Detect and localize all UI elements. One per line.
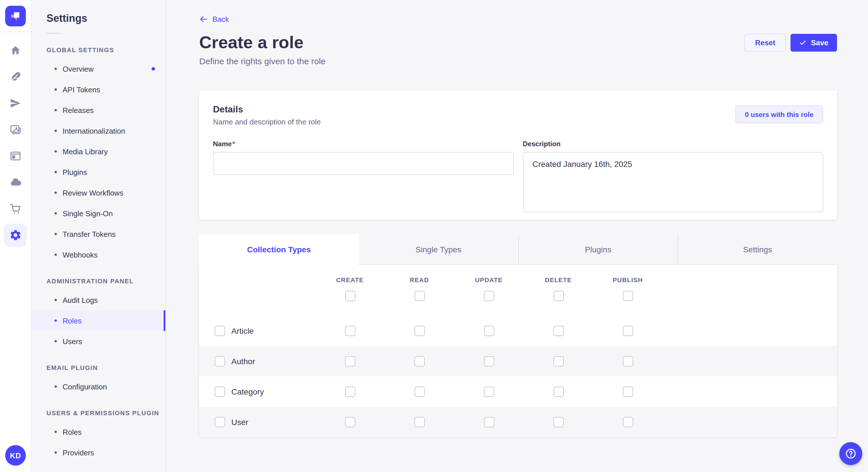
column-header-publish: PUBLISH [593, 276, 662, 283]
name-label: Name* [213, 140, 235, 148]
cloud-icon[interactable] [9, 176, 22, 189]
user-create-checkbox[interactable] [345, 417, 355, 427]
user-read-checkbox[interactable] [414, 417, 425, 427]
user-update-checkbox[interactable] [484, 417, 494, 427]
row-label: Author [231, 357, 255, 366]
table-row-user: User [199, 407, 837, 437]
page-subtitle: Define the rights given to the role [199, 56, 837, 66]
select-all-read-checkbox[interactable] [414, 291, 425, 301]
description-textarea[interactable]: Created January 16th, 2025 [523, 152, 823, 212]
permissions-table: CREATE READ UPDATE DELETE PUBLISH [199, 265, 837, 437]
description-field-group: Description Created January 16th, 2025 [523, 138, 823, 214]
help-button[interactable] [839, 442, 862, 465]
article-publish-checkbox[interactable] [623, 326, 633, 336]
details-fields: Name* Description Created January 16th, … [213, 138, 823, 214]
tab-settings[interactable]: Settings [678, 234, 837, 265]
sidebar-item-releases[interactable]: Releases [32, 100, 165, 121]
article-delete-checkbox[interactable] [553, 326, 563, 336]
category-create-checkbox[interactable] [345, 386, 355, 397]
sidebar-item-audit-logs[interactable]: Audit Logs [32, 290, 165, 310]
category-update-checkbox[interactable] [484, 386, 494, 397]
sidebar-item-configuration[interactable]: Configuration [32, 376, 165, 397]
table-row-article: Article [199, 315, 837, 346]
article-select-checkbox[interactable] [215, 326, 225, 336]
sidebar-item-plugins[interactable]: Plugins [32, 162, 165, 182]
sidebar-item-roles-up[interactable]: Roles [32, 422, 165, 442]
author-read-checkbox[interactable] [414, 356, 425, 366]
sidebar-item-single-sign-on[interactable]: Single Sign-On [32, 203, 165, 224]
strapi-logo-icon[interactable] [5, 5, 26, 26]
select-all-delete-checkbox[interactable] [553, 291, 563, 301]
users-with-role-button[interactable]: 0 users with this role [735, 105, 823, 123]
author-update-checkbox[interactable] [484, 356, 494, 366]
sidebar-item-review-workflows[interactable]: Review Workflows [32, 182, 165, 203]
check-icon [799, 39, 806, 46]
sidebar-item-transfer-tokens[interactable]: Transfer Tokens [32, 224, 165, 244]
layout-panel-icon[interactable] [9, 150, 22, 162]
section-label: EMAIL PLUGIN [46, 364, 165, 371]
section-label: USERS & PERMISSIONS PLUGIN [46, 409, 165, 416]
sidebar-item-webhooks[interactable]: Webhooks [32, 244, 165, 265]
sidebar-item-users[interactable]: Users [32, 331, 165, 351]
section-users-permissions-plugin: USERS & PERMISSIONS PLUGIN Roles Provide… [32, 409, 165, 463]
tab-single-types[interactable]: Single Types [359, 234, 518, 265]
sidebar-item-api-tokens[interactable]: API Tokens [32, 79, 165, 100]
logo-container [0, 0, 31, 32]
sidebar-item-media-library[interactable]: Media Library [32, 141, 165, 162]
select-all-create-checkbox[interactable] [345, 291, 355, 301]
feather-icon[interactable] [9, 71, 22, 83]
name-field-group: Name* [213, 138, 514, 214]
table-row-category: Category [199, 376, 837, 407]
sidebar-item-overview[interactable]: Overview [32, 59, 165, 79]
tab-collection-types[interactable]: Collection Types [199, 234, 359, 265]
permissions-card: Collection Types Single Types Plugins Se… [199, 234, 837, 437]
select-all-update-checkbox[interactable] [484, 291, 494, 301]
category-select-checkbox[interactable] [215, 386, 225, 397]
user-publish-checkbox[interactable] [623, 417, 633, 427]
section-email-plugin: EMAIL PLUGIN Configuration [32, 364, 165, 397]
settings-page: KD Settings GLOBAL SETTINGS Overview API… [0, 0, 868, 472]
details-card-header: Details Name and description of the role… [213, 104, 823, 126]
category-read-checkbox[interactable] [414, 386, 425, 397]
author-publish-checkbox[interactable] [623, 356, 633, 366]
save-button[interactable]: Save [790, 34, 837, 52]
required-asterisk: * [232, 140, 235, 148]
author-create-checkbox[interactable] [345, 356, 355, 366]
main-content: Back Create a role Define the rights giv… [166, 0, 868, 472]
category-delete-checkbox[interactable] [553, 386, 563, 397]
user-select-checkbox[interactable] [215, 417, 225, 427]
sidebar-item-providers[interactable]: Providers [32, 442, 165, 463]
page-title: Create a role [199, 32, 837, 53]
row-label: Category [231, 387, 264, 396]
settings-gear-icon[interactable] [4, 224, 27, 247]
media-images-icon[interactable] [9, 123, 22, 136]
select-all-publish-checkbox[interactable] [623, 291, 633, 301]
article-read-checkbox[interactable] [414, 326, 425, 336]
app-icon-rail: KD [0, 0, 32, 472]
permissions-table-header: CREATE READ UPDATE DELETE PUBLISH [199, 265, 837, 315]
details-card: Details Name and description of the role… [199, 91, 837, 220]
home-icon[interactable] [9, 44, 22, 57]
row-label: User [231, 417, 248, 427]
section-administration-panel: ADMINISTRATION PANEL Audit Logs Roles Us… [32, 278, 165, 351]
user-delete-checkbox[interactable] [553, 417, 563, 427]
back-link[interactable]: Back [199, 15, 229, 24]
author-delete-checkbox[interactable] [553, 356, 563, 366]
name-input[interactable] [213, 152, 514, 175]
permissions-tabs: Collection Types Single Types Plugins Se… [199, 234, 837, 265]
sidebar-item-roles-admin[interactable]: Roles [32, 310, 165, 331]
tab-plugins[interactable]: Plugins [518, 234, 678, 265]
reset-button[interactable]: Reset [745, 34, 786, 52]
category-publish-checkbox[interactable] [623, 386, 633, 397]
sidebar-item-internationalization[interactable]: Internationalization [32, 121, 165, 141]
user-avatar[interactable]: KD [5, 445, 26, 466]
shopping-cart-icon[interactable] [9, 202, 22, 215]
author-select-checkbox[interactable] [215, 356, 225, 366]
article-update-checkbox[interactable] [484, 326, 494, 336]
paper-plane-icon[interactable] [9, 97, 22, 109]
article-create-checkbox[interactable] [345, 326, 355, 336]
details-subtitle: Name and description of the role [213, 117, 321, 126]
column-header-create: CREATE [315, 276, 384, 283]
sidebar-divider [46, 33, 60, 34]
column-header-delete: DELETE [524, 276, 593, 283]
